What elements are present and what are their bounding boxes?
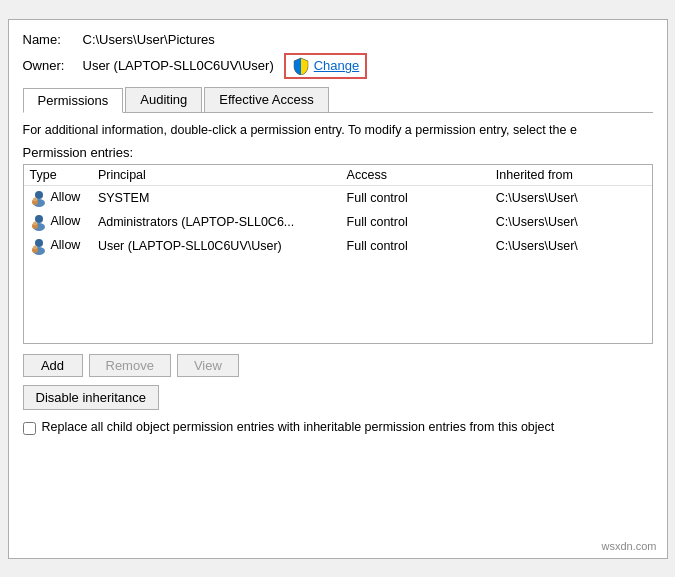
perm-table-wrapper: Type Principal Access Inherited from All…	[23, 164, 653, 344]
tab-effective-access[interactable]: Effective Access	[204, 87, 328, 112]
remove-button[interactable]: Remove	[89, 354, 171, 377]
change-button-wrapper[interactable]: Change	[284, 53, 368, 79]
svg-point-4	[35, 215, 43, 223]
disable-inheritance-button[interactable]: Disable inheritance	[23, 385, 160, 410]
col-header-principal: Principal	[92, 165, 341, 186]
user-icon	[30, 189, 48, 207]
watermark: wsxdn.com	[601, 540, 656, 552]
svg-point-11	[33, 245, 37, 249]
tabs-bar: Permissions Auditing Effective Access	[23, 87, 653, 113]
perm-entries-label: Permission entries:	[23, 145, 653, 160]
security-dialog: Name: C:\Users\User\Pictures Owner: User…	[8, 19, 668, 559]
col-header-inherited: Inherited from	[490, 165, 652, 186]
cell-inherited: C:\Users\User\	[490, 185, 652, 210]
replace-checkbox-row: Replace all child object permission entr…	[23, 420, 653, 435]
cell-inherited: C:\Users\User\	[490, 234, 652, 258]
tab-auditing[interactable]: Auditing	[125, 87, 202, 112]
table-row[interactable]: AllowSYSTEMFull controlC:\Users\User\	[24, 185, 652, 210]
cell-principal: SYSTEM	[92, 185, 341, 210]
replace-checkbox[interactable]	[23, 422, 36, 435]
user-icon	[30, 213, 48, 231]
owner-row: Owner: User (LAPTOP-SLL0C6UV\User) Chang…	[23, 53, 653, 79]
add-button[interactable]: Add	[23, 354, 83, 377]
cell-type: Allow	[24, 185, 92, 210]
tab-permissions[interactable]: Permissions	[23, 88, 124, 113]
cell-type: Allow	[24, 234, 92, 258]
owner-label: Owner:	[23, 58, 83, 73]
cell-access: Full control	[341, 210, 490, 234]
name-row: Name: C:\Users\User\Pictures	[23, 32, 653, 47]
table-header-row: Type Principal Access Inherited from	[24, 165, 652, 186]
view-button[interactable]: View	[177, 354, 239, 377]
table-row[interactable]: AllowAdministrators (LAPTOP-SLL0C6...Ful…	[24, 210, 652, 234]
user-icon	[30, 237, 48, 255]
cell-type: Allow	[24, 210, 92, 234]
cell-principal: User (LAPTOP-SLL0C6UV\User)	[92, 234, 341, 258]
col-header-type: Type	[24, 165, 92, 186]
cell-principal: Administrators (LAPTOP-SLL0C6...	[92, 210, 341, 234]
name-value: C:\Users\User\Pictures	[83, 32, 215, 47]
perm-table: Type Principal Access Inherited from All…	[24, 165, 652, 258]
cell-access: Full control	[341, 185, 490, 210]
owner-value: User (LAPTOP-SLL0C6UV\User)	[83, 58, 274, 73]
disable-inheritance-wrapper: Disable inheritance	[23, 377, 653, 410]
cell-access: Full control	[341, 234, 490, 258]
action-buttons-row: Add Remove View	[23, 354, 653, 377]
svg-point-8	[35, 239, 43, 247]
svg-point-7	[33, 221, 37, 225]
replace-checkbox-label: Replace all child object permission entr…	[42, 420, 555, 434]
table-row[interactable]: AllowUser (LAPTOP-SLL0C6UV\User)Full con…	[24, 234, 652, 258]
svg-point-0	[35, 191, 43, 199]
name-label: Name:	[23, 32, 83, 47]
change-button-text[interactable]: Change	[314, 58, 360, 73]
col-header-access: Access	[341, 165, 490, 186]
description-text: For additional information, double-click…	[23, 123, 653, 137]
svg-point-3	[33, 197, 37, 201]
cell-inherited: C:\Users\User\	[490, 210, 652, 234]
shield-icon	[292, 57, 310, 75]
